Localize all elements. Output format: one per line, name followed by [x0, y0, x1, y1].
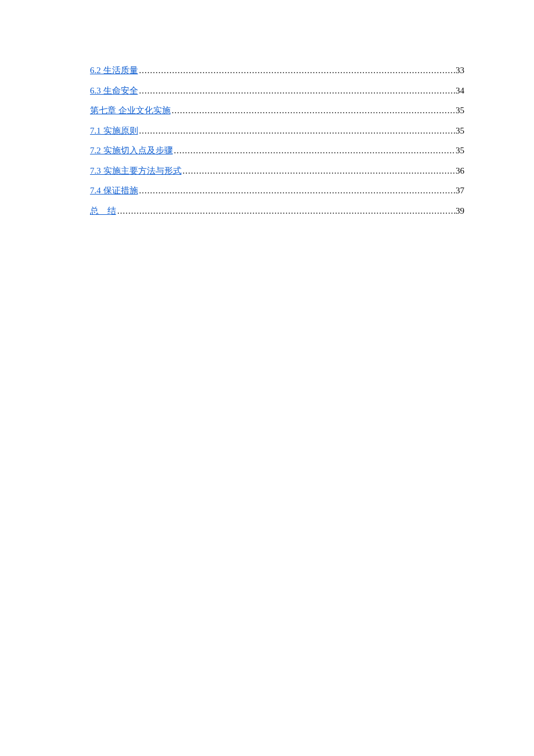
toc-link-7-1[interactable]: 7.1 实施原则: [90, 124, 138, 138]
toc-page-number: 39: [456, 204, 464, 218]
table-of-contents: 6.2 生活质量 ...............................…: [90, 64, 464, 217]
toc-link-7-2[interactable]: 7.2 实施切入点及步骤: [90, 144, 173, 157]
toc-entry: 7.4 保证措施 ...............................…: [90, 184, 464, 197]
toc-leader: ........................................…: [138, 64, 456, 77]
toc-link-6-2[interactable]: 6.2 生活质量: [90, 64, 138, 77]
toc-link-conclusion[interactable]: 总 结: [90, 204, 116, 218]
toc-leader: ........................................…: [182, 164, 456, 178]
toc-entry: 7.3 实施主要方法与形式 ..........................…: [90, 164, 464, 178]
toc-page-number: 35: [456, 144, 464, 157]
toc-entry: 6.2 生活质量 ...............................…: [90, 64, 464, 77]
toc-page-number: 35: [456, 124, 464, 138]
toc-page-number: 35: [456, 104, 464, 117]
toc-entry: 总 结 ....................................…: [90, 204, 464, 218]
toc-leader: ........................................…: [171, 104, 456, 117]
toc-link-7-4[interactable]: 7.4 保证措施: [90, 184, 138, 197]
toc-link-chapter-7[interactable]: 第七章 企业文化实施: [90, 104, 171, 117]
toc-entry: 7.2 实施切入点及步骤 ...........................…: [90, 144, 464, 157]
toc-leader: ........................................…: [138, 124, 456, 138]
toc-leader: ........................................…: [116, 204, 456, 218]
toc-link-6-3[interactable]: 6.3 生命安全: [90, 84, 138, 98]
toc-page-number: 36: [456, 164, 464, 178]
toc-entry: 第七章 企业文化实施 .............................…: [90, 104, 464, 117]
toc-page-number: 37: [456, 184, 464, 197]
toc-page-number: 33: [456, 64, 464, 77]
toc-link-7-3[interactable]: 7.3 实施主要方法与形式: [90, 164, 182, 178]
toc-leader: ........................................…: [138, 84, 456, 98]
toc-leader: ........................................…: [138, 184, 456, 197]
toc-entry: 6.3 生命安全 ...............................…: [90, 84, 464, 98]
toc-page-number: 34: [456, 84, 464, 98]
toc-leader: ........................................…: [173, 144, 456, 157]
toc-entry: 7.1 实施原则 ...............................…: [90, 124, 464, 138]
